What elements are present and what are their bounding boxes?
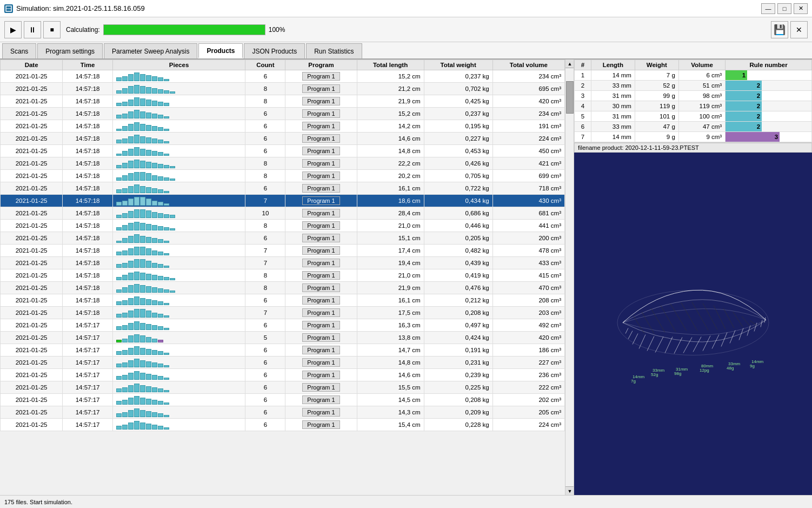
detail-table-row[interactable]: 531 mm101 g100 cm³2 [575,111,812,122]
products-table-scroll[interactable]: Date Time Pieces Count Program Total len… [0,60,565,495]
cell-program[interactable]: Program 1 [285,120,357,133]
cell-program[interactable]: Program 1 [285,357,357,369]
minimize-button[interactable]: — [761,3,775,14]
program-button[interactable]: Program 1 [302,184,340,193]
program-button[interactable]: Program 1 [302,271,340,280]
tab-program-settings[interactable]: Program settings [37,43,103,58]
close-window-button[interactable]: ✕ [794,3,808,14]
cell-program[interactable]: Program 1 [285,207,357,220]
tab-products[interactable]: Products [198,43,243,58]
program-button[interactable]: Program 1 [302,246,340,255]
table-row[interactable]: 2021-01-2514:57:176Program 114,8 cm0,231… [1,357,565,369]
table-row[interactable]: 2021-01-2514:57:176Program 114,7 cm0,191… [1,344,565,357]
cell-program[interactable]: Program 1 [285,157,357,170]
save-button[interactable]: 💾 [771,21,788,38]
cell-program[interactable]: Program 1 [285,332,357,344]
detail-table-row[interactable]: 430 mm119 g119 cm³2 [575,101,812,111]
table-scrollbar[interactable]: ▼ ▲ [565,60,574,495]
table-row[interactable]: 2021-01-2514:57:186Program 116,1 cm0,722… [1,182,565,195]
table-row[interactable]: 2021-01-2514:57:188Program 121,0 cm0,419… [1,269,565,282]
program-button[interactable]: Program 1 [302,333,340,342]
table-row[interactable]: 2021-01-2514:57:176Program 115,4 cm0,228… [1,419,565,431]
table-row[interactable]: 2021-01-2514:57:188Program 121,0 cm0,446… [1,220,565,232]
play-button[interactable]: ▶ [4,21,22,38]
table-row[interactable]: 2021-01-2514:57:187Program 119,4 cm0,439… [1,257,565,269]
cell-program[interactable]: Program 1 [285,170,357,182]
table-row[interactable]: 2021-01-2514:57:188Program 121,9 cm0,476… [1,282,565,294]
program-button[interactable]: Program 1 [302,395,340,404]
table-row[interactable]: 2021-01-2514:57:186Program 115,2 cm0,237… [1,108,565,120]
table-row[interactable]: 2021-01-2514:57:188Program 122,2 cm0,426… [1,157,565,170]
cell-program[interactable]: Program 1 [285,257,357,269]
table-row[interactable]: 2021-01-2514:57:186Program 115,1 cm0,205… [1,232,565,245]
table-row[interactable]: 2021-01-2514:57:187Program 117,5 cm0,208… [1,307,565,319]
cell-program[interactable]: Program 1 [285,182,357,195]
cell-program[interactable]: Program 1 [285,83,357,95]
program-button[interactable]: Program 1 [302,408,340,417]
tab-json-products[interactable]: JSON Products [244,43,305,58]
table-row[interactable]: 2021-01-2514:57:186Program 114,6 cm0,227… [1,133,565,145]
table-row[interactable]: 2021-01-2514:57:176Program 114,5 cm0,208… [1,394,565,406]
pause-button[interactable]: ⏸ [24,21,41,38]
cell-program[interactable]: Program 1 [285,394,357,406]
cell-program[interactable]: Program 1 [285,344,357,357]
program-button[interactable]: Program 1 [302,171,340,180]
cell-program[interactable]: Program 1 [285,95,357,108]
cell-program[interactable]: Program 1 [285,307,357,319]
program-button[interactable]: Program 1 [302,296,340,305]
cell-program[interactable]: Program 1 [285,419,357,431]
program-button[interactable]: Program 1 [302,109,340,118]
program-button[interactable]: Program 1 [302,383,340,392]
program-button[interactable]: Program 1 [302,159,340,168]
table-row[interactable]: 2021-01-2514:57:186Program 114,8 cm0,453… [1,145,565,157]
program-button[interactable]: Program 1 [302,259,340,267]
tab-scans[interactable]: Scans [2,43,36,58]
tab-parameter-sweep[interactable]: Parameter Sweep Analysis [104,43,197,58]
program-button[interactable]: Program 1 [302,371,340,379]
program-button[interactable]: Program 1 [302,209,340,217]
table-row[interactable]: 2021-01-2514:57:186Program 116,1 cm0,212… [1,294,565,307]
program-button[interactable]: Program 1 [302,358,340,367]
detail-table-row[interactable]: 331 mm99 g98 cm³2 [575,91,812,101]
program-button[interactable]: Program 1 [302,283,340,292]
table-row[interactable]: 2021-01-2514:57:176Program 114,6 cm0,239… [1,369,565,381]
program-button[interactable]: Program 1 [302,221,340,230]
cell-program[interactable]: Program 1 [285,70,357,83]
stop-button[interactable]: ■ [43,21,61,38]
table-row[interactable]: 2021-01-2514:57:187Program 117,4 cm0,482… [1,245,565,257]
program-button[interactable]: Program 1 [302,147,340,155]
cell-program[interactable]: Program 1 [285,195,357,207]
cell-program[interactable]: Program 1 [285,220,357,232]
cell-program[interactable]: Program 1 [285,282,357,294]
cell-program[interactable]: Program 1 [285,232,357,245]
cell-program[interactable]: Program 1 [285,294,357,307]
toolbar-close-button[interactable]: ✕ [790,21,808,38]
table-row[interactable]: 2021-01-2514:57:188Program 121,2 cm0,702… [1,83,565,95]
cell-program[interactable]: Program 1 [285,369,357,381]
program-button[interactable]: Program 1 [302,122,340,130]
cell-program[interactable]: Program 1 [285,319,357,332]
scrollbar-thumb[interactable] [566,81,574,114]
program-button[interactable]: Program 1 [302,84,340,93]
cell-program[interactable]: Program 1 [285,145,357,157]
tab-run-statistics[interactable]: Run Statistics [306,43,362,58]
table-row[interactable]: 2021-01-2514:57:176Program 116,3 cm0,497… [1,319,565,332]
cell-program[interactable]: Program 1 [285,406,357,419]
cell-program[interactable]: Program 1 [285,133,357,145]
detail-table-row[interactable]: 714 mm9 g9 cm³3 [575,132,812,142]
program-button[interactable]: Program 1 [302,308,340,317]
detail-table-row[interactable]: 114 mm7 g6 cm³1 [575,70,812,81]
maximize-button[interactable]: □ [777,3,791,14]
program-button[interactable]: Program 1 [302,346,340,354]
table-row[interactable]: 2021-01-2514:57:176Program 115,5 cm0,225… [1,381,565,394]
table-row[interactable]: 2021-01-2514:57:1810Program 128,4 cm0,68… [1,207,565,220]
table-row[interactable]: 2021-01-2514:57:186Program 114,2 cm0,195… [1,120,565,133]
program-button[interactable]: Program 1 [302,321,340,329]
cell-program[interactable]: Program 1 [285,381,357,394]
program-button[interactable]: Program 1 [302,196,340,205]
table-row[interactable]: 2021-01-2514:57:176Program 114,3 cm0,209… [1,406,565,419]
program-button[interactable]: Program 1 [302,420,340,429]
table-row[interactable]: 2021-01-2514:57:188Program 121,9 cm0,425… [1,95,565,108]
detail-table-row[interactable]: 633 mm47 g47 cm³2 [575,122,812,132]
program-button[interactable]: Program 1 [302,72,340,81]
